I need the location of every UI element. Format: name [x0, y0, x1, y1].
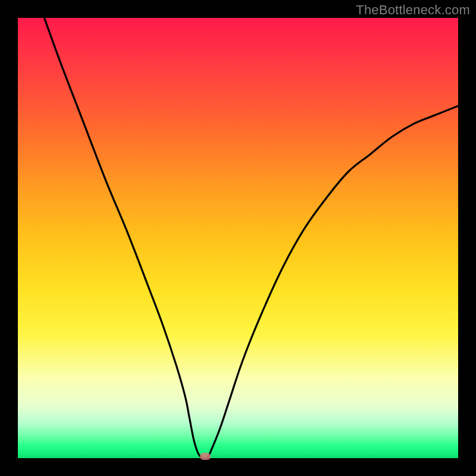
watermark-text: TheBottleneck.com: [356, 2, 470, 18]
optimum-marker: [200, 453, 211, 460]
curve-layer: [18, 18, 458, 458]
plot-area: [18, 18, 458, 458]
chart-frame: TheBottleneck.com: [0, 0, 476, 476]
bottleneck-curve: [44, 18, 458, 458]
